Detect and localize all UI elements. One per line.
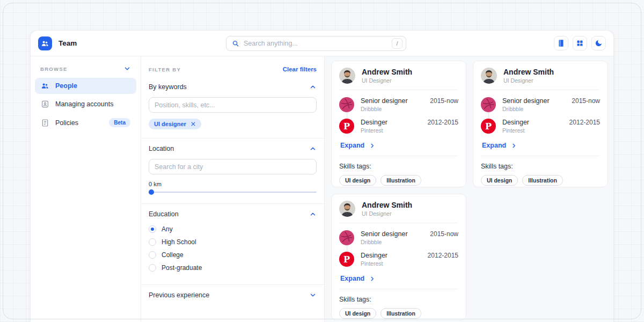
keywords-input[interactable] <box>149 97 317 113</box>
global-search[interactable]: / <box>226 36 406 51</box>
experience-timeline: Senior designer Dribbble 2015-now Desing… <box>339 230 458 267</box>
skill-chip: Illustration <box>380 175 421 186</box>
skill-tags: UI design Illustration <box>339 308 458 319</box>
experience-row: Desinger Pinterest 2012-2015 <box>481 119 600 134</box>
skills-label: Skills tags: <box>339 296 458 303</box>
person-name: Andrew Smith <box>362 201 412 209</box>
city-search-input[interactable] <box>149 159 317 174</box>
experience-title: Desinger <box>361 119 387 126</box>
skill-tags: UI design Illustration <box>339 175 458 186</box>
avatar <box>339 68 355 84</box>
browse-section-header[interactable]: BROWSE <box>35 64 136 78</box>
location-section-header[interactable]: Location <box>149 145 317 152</box>
sidebar-item-managing-accounts[interactable]: Managing accounts <box>35 96 136 112</box>
radio-label: Post-graduate <box>162 264 202 272</box>
expand-label: Expand <box>340 142 364 149</box>
previous-experience-header[interactable]: Previous experience <box>149 291 317 299</box>
expand-label: Expand <box>482 142 506 149</box>
keyword-tag[interactable]: UI designer <box>149 119 201 129</box>
person-card: Andrew Smith UI Designer Senior designer… <box>473 61 608 187</box>
slider-thumb[interactable] <box>149 189 154 195</box>
education-option-post-graduate[interactable]: Post-graduate <box>149 263 317 273</box>
keyword-tag-label: UI designer <box>154 121 186 127</box>
experience-company: Dribbble <box>361 239 408 245</box>
search-input[interactable] <box>244 40 387 47</box>
close-icon[interactable] <box>191 121 196 127</box>
sidebar-item-policies[interactable]: Policies Beta <box>35 114 136 131</box>
experience-period: 2015-now <box>572 97 600 112</box>
person-role: UI Designer <box>362 210 412 217</box>
library-button[interactable] <box>554 36 568 50</box>
experience-company: Dribbble <box>502 106 550 112</box>
dark-mode-toggle[interactable] <box>591 36 606 50</box>
person-card: Andrew Smith UI Designer Senior designer… <box>331 194 466 320</box>
browse-label: BROWSE <box>40 66 68 72</box>
skill-tags: UI design Illustration <box>481 175 600 186</box>
filter-header: FILTER BY Clear filters <box>141 56 324 77</box>
radio-button[interactable] <box>149 264 156 272</box>
skills-label: Skills tags: <box>339 163 458 170</box>
slider-track[interactable] <box>149 192 317 193</box>
experience-timeline: Senior designer Dribbble 2015-now Desing… <box>339 97 458 134</box>
search-icon <box>232 40 239 47</box>
skill-chip: UI design <box>339 175 376 186</box>
main-area: BROWSE People Managing accounts Policies… <box>31 56 613 322</box>
person-card: Andrew Smith UI Designer Senior designer… <box>331 61 466 187</box>
card-header: Andrew Smith UI Designer <box>339 201 458 223</box>
experience-company: Pinterest <box>361 127 387 134</box>
expand-button[interactable]: Expand <box>482 142 517 149</box>
experience-row: Senior designer Dribbble 2015-now <box>339 97 458 112</box>
card-header: Andrew Smith UI Designer <box>339 68 458 90</box>
app-logo <box>38 36 52 50</box>
experience-title: Senior designer <box>502 97 550 105</box>
chevron-right-icon <box>369 143 375 149</box>
chevron-up-icon[interactable] <box>309 210 317 218</box>
keywords-section-header[interactable]: By keywords <box>149 83 317 91</box>
chevron-up-icon[interactable] <box>309 83 317 91</box>
experience-company: Dribbble <box>361 106 408 112</box>
person-name: Andrew Smith <box>503 68 554 76</box>
education-option-high-school[interactable]: High School <box>149 237 317 247</box>
document-icon <box>41 119 49 127</box>
grid-icon <box>576 39 584 47</box>
chevron-down-icon[interactable] <box>123 65 131 72</box>
sidebar-item-label: Policies <box>55 119 78 127</box>
experience-title: Desinger <box>361 252 387 259</box>
distance-slider[interactable] <box>149 189 317 195</box>
radio-label: College <box>162 251 184 259</box>
sidebar: BROWSE People Managing accounts Policies… <box>31 56 141 322</box>
previous-experience-label: Previous experience <box>149 291 209 299</box>
previous-experience-section: Previous experience <box>141 284 324 308</box>
radio-button[interactable] <box>149 251 156 259</box>
education-option-any[interactable]: Any <box>149 224 317 234</box>
chevron-right-icon <box>511 143 517 149</box>
education-option-college[interactable]: College <box>149 250 317 260</box>
education-section-header[interactable]: Education <box>149 210 317 218</box>
experience-row: Senior designer Dribbble 2015-now <box>481 97 600 112</box>
apps-button[interactable] <box>573 36 587 50</box>
expand-button[interactable]: Expand <box>340 275 375 282</box>
distance-value: 0 km <box>149 181 317 187</box>
experience-row: Desinger Pinterest 2012-2015 <box>339 119 458 134</box>
experience-company: Pinterest <box>361 260 387 267</box>
expand-button[interactable]: Expand <box>340 142 375 149</box>
chevron-down-icon[interactable] <box>309 291 317 299</box>
expand-label: Expand <box>340 275 364 282</box>
radio-button[interactable] <box>149 238 156 246</box>
radio-label: High School <box>162 238 196 246</box>
chevron-up-icon[interactable] <box>309 145 317 152</box>
book-icon <box>557 39 565 47</box>
avatar <box>339 201 355 217</box>
topbar-actions <box>554 36 606 50</box>
clear-filters-link[interactable]: Clear filters <box>283 66 317 72</box>
app-title: Team <box>58 39 77 47</box>
sidebar-item-people[interactable]: People <box>35 78 136 94</box>
filter-by-label: FILTER BY <box>149 67 181 72</box>
skill-chip: Illustration <box>380 308 421 319</box>
radio-button[interactable] <box>149 225 156 233</box>
account-badge-icon <box>41 100 49 108</box>
skill-chip: UI design <box>481 175 518 186</box>
experience-period: 2015-now <box>430 97 458 112</box>
experience-title: Senior designer <box>361 97 408 105</box>
app-window: Team / BROWSE <box>30 30 614 322</box>
